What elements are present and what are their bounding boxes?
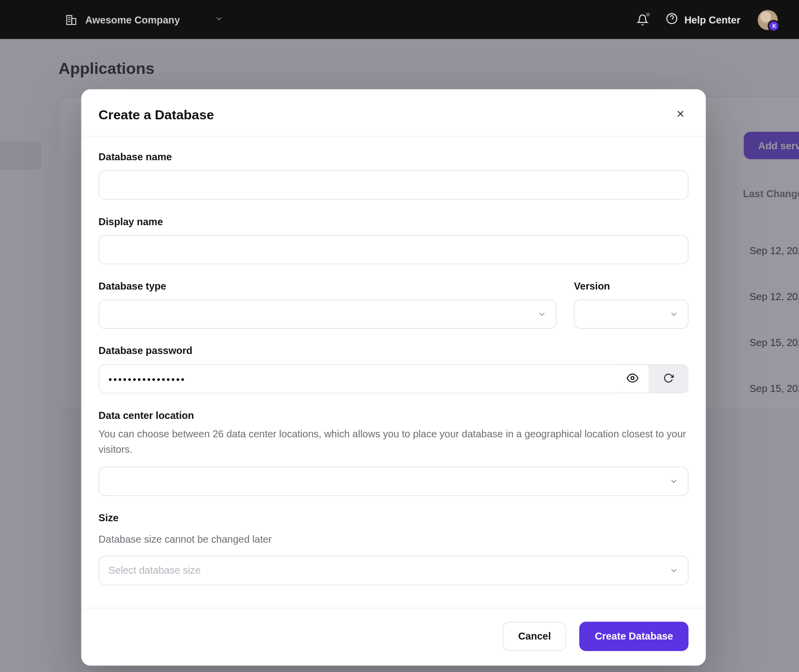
password-value: •••••••••••••••• [108, 373, 186, 384]
password-input[interactable]: •••••••••••••••• [98, 364, 616, 393]
label-version: Version [574, 280, 688, 292]
field-password: Database password •••••••••••••••• [98, 345, 688, 393]
help-icon [666, 12, 678, 26]
field-location: Data center location You can choose betw… [98, 409, 688, 496]
modal-title: Create a Database [98, 107, 214, 122]
notifications-button[interactable] [636, 13, 648, 25]
help-center-link[interactable]: Help Center [666, 12, 741, 26]
refresh-icon [663, 372, 673, 385]
svg-rect-1 [72, 18, 76, 24]
avatar-badge-letter: K [771, 22, 779, 30]
regenerate-password-button[interactable] [649, 364, 689, 393]
field-display-name: Display name [98, 216, 688, 264]
help-size: Database size cannot be changed later [98, 531, 688, 546]
create-database-modal: Create a Database Database name Display … [81, 89, 706, 666]
label-location: Data center location [98, 409, 688, 421]
company-icon [65, 13, 77, 25]
avatar[interactable]: K [758, 9, 778, 29]
cancel-button[interactable]: Cancel [503, 622, 566, 651]
create-database-button[interactable]: Create Database [580, 622, 689, 651]
toggle-password-visibility-button[interactable] [617, 364, 649, 393]
chevron-down-icon [215, 13, 224, 25]
database-type-select[interactable] [98, 300, 556, 329]
label-database-name: Database name [98, 151, 688, 163]
label-password: Database password [98, 345, 688, 356]
modal-header: Create a Database [81, 89, 706, 137]
notification-dot-icon [646, 12, 650, 16]
chevron-down-icon [669, 310, 679, 319]
help-location: You can choose between 26 data center lo… [98, 426, 688, 457]
database-name-input[interactable] [98, 170, 688, 200]
label-display-name: Display name [98, 216, 688, 227]
help-center-label: Help Center [684, 14, 740, 25]
chevron-down-icon [537, 310, 547, 319]
chevron-down-icon [669, 566, 679, 575]
company-selector[interactable]: Awesome Company [65, 13, 224, 25]
field-type-version: Database type Version [98, 280, 688, 329]
location-select[interactable] [98, 466, 688, 496]
header-actions: Help Center K [636, 9, 778, 29]
database-name-input-el[interactable] [108, 179, 678, 191]
display-name-input[interactable] [98, 235, 688, 265]
field-database-name: Database name [98, 151, 688, 200]
close-icon [675, 108, 686, 121]
eye-icon [627, 372, 639, 386]
size-placeholder: Select database size [108, 565, 201, 576]
size-select[interactable]: Select database size [98, 556, 688, 585]
display-name-input-el[interactable] [108, 244, 678, 256]
company-name: Awesome Company [85, 14, 180, 25]
modal-footer: Cancel Create Database [81, 608, 706, 666]
label-database-type: Database type [98, 280, 556, 292]
app-header: Awesome Company Help Center K [0, 0, 799, 39]
close-button[interactable] [673, 106, 689, 122]
field-size: Size Database size cannot be changed lat… [98, 512, 688, 585]
svg-point-9 [631, 376, 634, 379]
modal-body: Database name Display name Database type [81, 136, 706, 608]
chevron-down-icon [669, 476, 679, 486]
version-select[interactable] [574, 300, 688, 329]
svg-rect-0 [67, 15, 72, 24]
label-size: Size [98, 512, 688, 523]
